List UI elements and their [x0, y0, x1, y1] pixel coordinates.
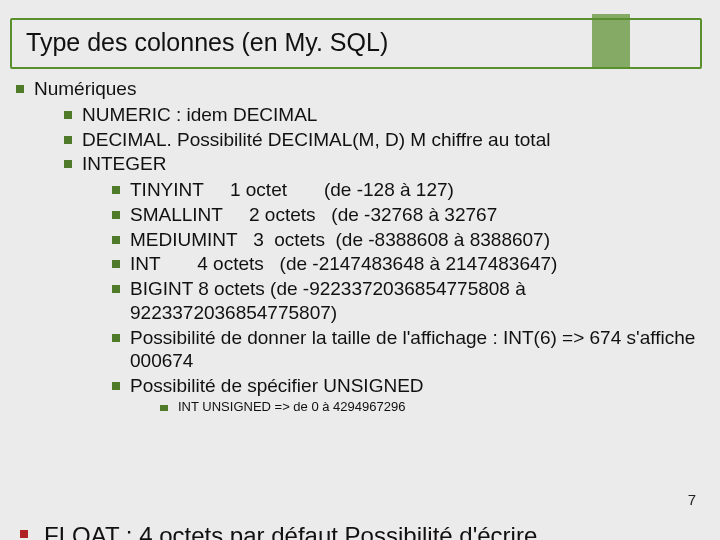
- list-item: MEDIUMINT 3 octets (de -8388608 à 838860…: [112, 228, 720, 252]
- item-label: INT 4 octets (de -2147483648 à 214748364…: [130, 252, 557, 276]
- item-label: Numériques: [34, 77, 720, 101]
- square-bullet-icon: [64, 136, 72, 144]
- square-bullet-icon: [112, 186, 120, 194]
- square-bullet-icon: [64, 160, 72, 168]
- list-item: Numériques NUMERIC : idem DECIMAL DECIMA…: [16, 77, 720, 418]
- item-label: TINYINT 1 octet (de -128 à 127): [130, 178, 454, 202]
- list-item: NUMERIC : idem DECIMAL: [64, 103, 720, 127]
- list-item: INT 4 octets (de -2147483648 à 214748364…: [112, 252, 720, 276]
- item-label: Possibilité de donner la taille de l'aff…: [130, 326, 720, 374]
- square-bullet-icon: [112, 285, 120, 293]
- square-bullet-icon: [20, 530, 28, 538]
- slide-title: Type des colonnes (en My. SQL): [26, 28, 686, 57]
- list-item: Possibilité de spécifier UNSIGNED INT UN…: [112, 374, 720, 416]
- item-label: SMALLINT 2 octets (de -32768 à 32767: [130, 203, 497, 227]
- slide-title-box: Type des colonnes (en My. SQL): [10, 18, 702, 69]
- list-item: DECIMAL. Possibilité DECIMAL(M, D) M chi…: [64, 128, 720, 152]
- list-item: INTEGER TINYINT 1 octet (de -128 à 127) …: [64, 152, 720, 417]
- list-item: INT UNSIGNED => de 0 à 4294967296: [160, 399, 720, 415]
- square-bullet-icon: [112, 260, 120, 268]
- square-bullet-icon: [64, 111, 72, 119]
- item-label: NUMERIC : idem DECIMAL: [82, 103, 317, 127]
- bullet-list-level2: NUMERIC : idem DECIMAL DECIMAL. Possibil…: [64, 103, 720, 417]
- bullet-list-level1: Numériques NUMERIC : idem DECIMAL DECIMA…: [16, 77, 720, 418]
- square-bullet-icon: [112, 236, 120, 244]
- bullet-list-level3: TINYINT 1 octet (de -128 à 127) SMALLINT…: [112, 178, 720, 416]
- list-item: SMALLINT 2 octets (de -32768 à 32767: [112, 203, 720, 227]
- item-label: BIGINT 8 octets (de -9223372036854775808…: [130, 277, 720, 325]
- square-bullet-icon: [112, 382, 120, 390]
- list-item: BIGINT 8 octets (de -9223372036854775808…: [112, 277, 720, 325]
- item-label: INT UNSIGNED => de 0 à 4294967296: [178, 399, 405, 415]
- item-label: Possibilité de spécifier UNSIGNED: [130, 374, 720, 398]
- cutoff-text: FLOAT : 4 octets par défaut Possibilité …: [44, 522, 537, 540]
- page-number: 7: [688, 491, 696, 508]
- list-item: TINYINT 1 octet (de -128 à 127): [112, 178, 720, 202]
- square-bullet-icon: [16, 85, 24, 93]
- square-bullet-icon: [160, 405, 168, 411]
- square-bullet-icon: [112, 211, 120, 219]
- item-label: DECIMAL. Possibilité DECIMAL(M, D) M chi…: [82, 128, 550, 152]
- bullet-list-level4: INT UNSIGNED => de 0 à 4294967296: [160, 399, 720, 415]
- square-bullet-icon: [112, 334, 120, 342]
- item-label: INTEGER: [82, 152, 720, 176]
- list-item: Possibilité de donner la taille de l'aff…: [112, 326, 720, 374]
- item-label: MEDIUMINT 3 octets (de -8388608 à 838860…: [130, 228, 550, 252]
